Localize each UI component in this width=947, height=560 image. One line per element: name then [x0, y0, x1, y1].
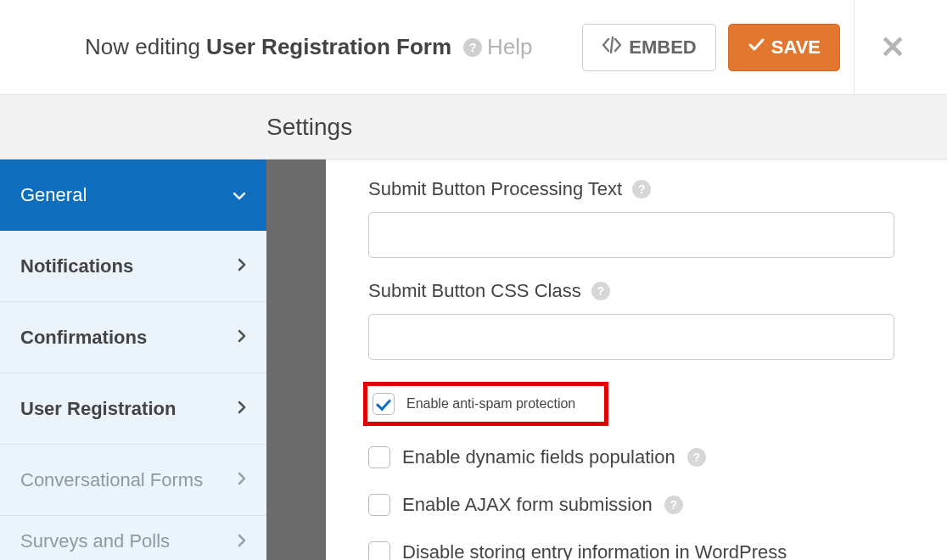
chevron-right-icon — [238, 399, 246, 418]
sidebar-item-label: User Registration — [20, 398, 176, 420]
chevron-right-icon — [238, 532, 246, 552]
antispam-label: Enable anti-spam protection — [406, 396, 575, 412]
topbar: Now editing User Registration Form ? Hel… — [0, 0, 947, 95]
sidebar-item-confirmations[interactable]: Confirmations — [0, 302, 266, 373]
page-title: Now editing User Registration Form — [85, 34, 451, 60]
disable-storing-label: Disable storing entry information in Wor… — [402, 541, 787, 560]
embed-label: EMBED — [629, 36, 696, 59]
field-label: Submit Button Processing Text — [368, 178, 622, 200]
sidebar-item-label: Conversational Forms — [20, 469, 203, 491]
chevron-right-icon — [238, 256, 246, 276]
chevron-right-icon — [238, 328, 246, 347]
field-submit-css-class: Submit Button CSS Class ? — [368, 280, 905, 360]
title-prefix: Now editing — [85, 34, 206, 59]
submit-css-class-input[interactable] — [368, 314, 894, 360]
help-icon[interactable]: ? — [664, 496, 683, 514]
chevron-down-icon — [233, 186, 246, 205]
highlight-box: Enable anti-spam protection — [363, 382, 608, 426]
help-icon[interactable]: ? — [632, 180, 651, 199]
close-column: ✕ — [854, 0, 930, 94]
help-icon: ? — [463, 38, 482, 57]
check-icon — [748, 36, 765, 59]
sidebar-item-label: Notifications — [20, 255, 133, 277]
antispam-checkbox[interactable] — [373, 393, 395, 415]
sidebar-item-general[interactable]: General — [0, 160, 266, 231]
form-name: User Registration Form — [206, 34, 451, 59]
dynamic-population-checkbox[interactable] — [368, 446, 390, 468]
ajax-submission-checkbox[interactable] — [368, 494, 390, 516]
sidebar-item-label: General — [20, 184, 87, 206]
row-disable-storing: Disable storing entry information in Wor… — [368, 536, 905, 560]
embed-button[interactable]: EMBED — [582, 24, 715, 71]
disable-storing-checkbox[interactable] — [368, 541, 390, 560]
sidebar-item-user-registration[interactable]: User Registration — [0, 373, 266, 445]
chevron-right-icon — [238, 470, 246, 490]
settings-panel: Submit Button Processing Text ? Submit B… — [326, 160, 947, 560]
help-label: Help — [487, 34, 532, 60]
section-title-strip: Settings — [0, 95, 947, 160]
sidebar-item-notifications[interactable]: Notifications — [0, 231, 266, 302]
sidebar-item-label: Surveys and Polls — [20, 530, 170, 552]
sidebar-item-label: Confirmations — [20, 327, 147, 349]
row-ajax-submission: Enable AJAX form submission ? — [368, 489, 905, 521]
settings-sidebar: General Notifications Confirmations User… — [0, 160, 266, 560]
main: General Notifications Confirmations User… — [0, 160, 947, 560]
save-label: SAVE — [771, 36, 821, 59]
field-submit-processing-text: Submit Button Processing Text ? — [368, 178, 905, 258]
ajax-submission-label: Enable AJAX form submission — [402, 494, 653, 516]
dynamic-population-label: Enable dynamic fields population — [402, 446, 675, 468]
close-icon[interactable]: ✕ — [880, 30, 905, 65]
sidebar-item-conversational-forms[interactable]: Conversational Forms — [0, 445, 266, 516]
gutter — [266, 160, 326, 560]
save-button[interactable]: SAVE — [728, 24, 840, 71]
sidebar-item-surveys-polls[interactable]: Surveys and Polls — [0, 516, 266, 560]
help-icon[interactable]: ? — [687, 448, 706, 467]
help-icon[interactable]: ? — [591, 282, 610, 300]
code-icon — [602, 36, 622, 59]
help-link[interactable]: ? Help — [463, 34, 532, 60]
row-dynamic-population: Enable dynamic fields population ? — [368, 441, 905, 473]
submit-processing-text-input[interactable] — [368, 212, 894, 258]
section-title: Settings — [266, 114, 352, 141]
field-label: Submit Button CSS Class — [368, 280, 581, 302]
